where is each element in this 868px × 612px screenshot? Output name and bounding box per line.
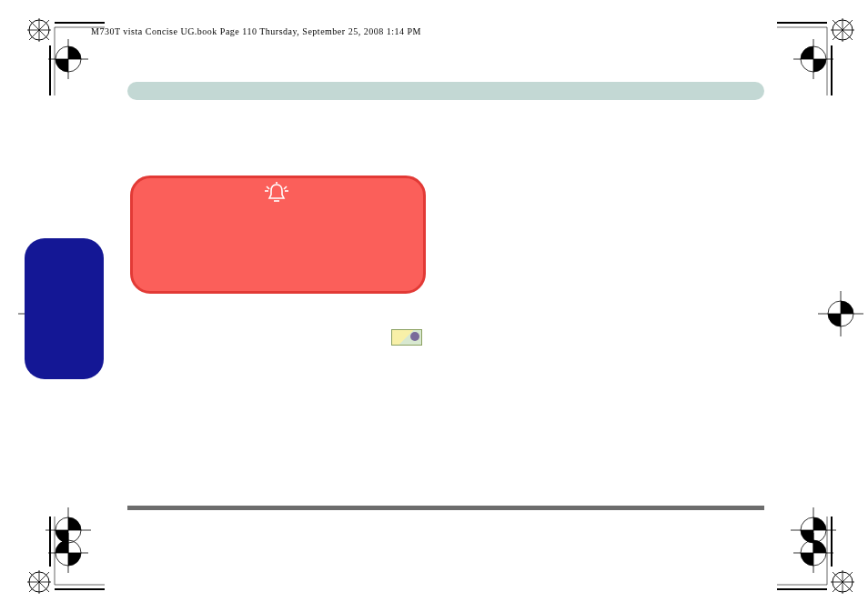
registration-target-right	[818, 291, 863, 336]
sticker-icon	[391, 329, 422, 346]
header-pill	[127, 82, 764, 100]
side-tab	[25, 238, 104, 379]
registration-mark-top-right	[777, 14, 859, 95]
registration-target-bottom-right	[791, 507, 836, 553]
bell-alarm-icon	[264, 182, 289, 207]
svg-line-63	[284, 186, 287, 189]
footer-rule	[127, 506, 764, 510]
print-header-line: M730T vista Concise UG.book Page 110 Thu…	[91, 26, 421, 36]
svg-line-61	[267, 186, 269, 189]
registration-target-bottom-left	[45, 507, 91, 553]
